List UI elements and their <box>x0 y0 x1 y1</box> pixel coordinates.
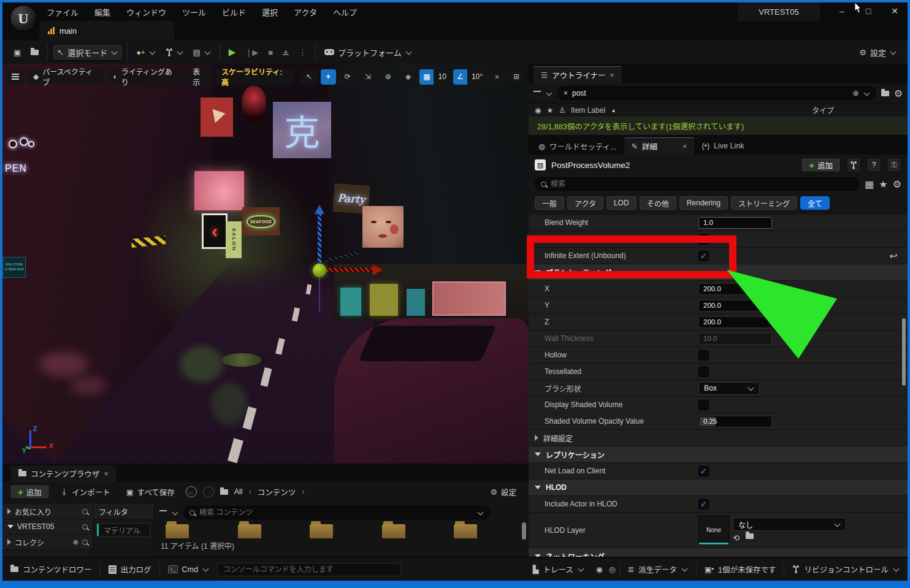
tessellated-checkbox[interactable]: ✓ <box>698 367 709 377</box>
play-options-button[interactable]: ⋮ <box>294 44 312 61</box>
maximize-viewport-button[interactable]: ⊞ <box>508 69 525 85</box>
chevron-down-icon[interactable] <box>172 509 178 515</box>
trace-record-icon[interactable]: ◉ <box>596 565 603 574</box>
folder-asset[interactable] <box>238 521 261 538</box>
add-actor-dropdown[interactable]: ●+ <box>131 44 160 61</box>
menu-build[interactable]: ビルド <box>222 6 246 18</box>
menu-file[interactable]: ファイル <box>47 6 78 18</box>
clear-search-icon[interactable]: × <box>564 89 568 97</box>
revision-control-dropdown[interactable]: リビジョンコントロール <box>784 558 908 581</box>
folder-asset[interactable] <box>382 521 405 538</box>
surface-snap-button[interactable]: ◈ <box>400 69 416 85</box>
play-button[interactable]: ▶ <box>224 44 241 61</box>
tab-details[interactable]: ✎ 詳細 × <box>624 137 695 155</box>
brush-y-input[interactable] <box>698 300 772 311</box>
select-tool-button[interactable]: ↖ <box>300 69 318 85</box>
select-mode-dropdown[interactable]: ↖ 選択モード <box>52 44 123 61</box>
menu-edit[interactable]: 編集 <box>94 6 110 18</box>
add-component-button[interactable]: + 追加 <box>801 158 841 172</box>
chip-general[interactable]: 一般 <box>535 196 564 210</box>
display-filter-icon[interactable]: ▦ <box>865 178 874 190</box>
use-selected-asset-icon[interactable]: ⟲ <box>733 533 740 543</box>
trace-snapshot-icon[interactable]: ◎ <box>609 565 616 574</box>
cb-search-input[interactable] <box>199 508 473 517</box>
brush-z-input[interactable] <box>698 316 772 328</box>
gizmo-z-axis[interactable] <box>318 213 321 265</box>
expander-advanced[interactable]: 詳細設定 <box>529 430 908 446</box>
tab-content-browser[interactable]: コンテンツブラウザ × <box>11 465 116 482</box>
help-button[interactable]: ? <box>866 158 881 172</box>
details-scrollbar[interactable] <box>902 318 906 386</box>
stop-button[interactable]: ■ <box>263 44 278 61</box>
tab-outliner[interactable]: ☰ アウトライナー × <box>533 66 622 83</box>
reset-to-default-icon[interactable]: ↩ <box>889 250 897 262</box>
settings-dropdown[interactable]: ⚙ 設定 <box>854 44 901 61</box>
menu-select[interactable]: 選択 <box>262 6 278 18</box>
scale-tool-button[interactable]: ⇲ <box>359 69 377 85</box>
show-dropdown[interactable]: 表示 <box>187 69 213 85</box>
search-icon[interactable] <box>82 540 88 545</box>
close-icon[interactable]: × <box>682 142 687 151</box>
pin-icon[interactable]: ★ <box>546 106 553 115</box>
gear-icon[interactable]: ⚙ <box>894 88 903 99</box>
category-replication[interactable]: レプリケーション <box>529 446 908 463</box>
platforms-dropdown[interactable]: プラットフォーム <box>319 44 417 61</box>
create-folder-icon[interactable] <box>881 91 889 96</box>
derived-data-dropdown[interactable]: ≣ 派生データ <box>620 558 696 581</box>
window-close-button[interactable]: ✕ <box>884 2 905 20</box>
add-filter-icon[interactable]: ⊕ <box>853 89 859 97</box>
skip-button[interactable]: ❘▶ <box>240 44 263 61</box>
hlod-layer-dropdown[interactable]: なし <box>733 517 846 531</box>
level-viewport[interactable]: 克 ‹ SEAFOOD SALON Party PEN WELCOME CYBE… <box>2 64 529 464</box>
breadcrumb-all[interactable]: All <box>234 487 243 496</box>
column-type[interactable]: タイプ <box>812 105 901 115</box>
chip-streaming[interactable]: ストリーミング <box>731 196 797 210</box>
trace-dropdown[interactable]: ▙ トレース <box>525 558 592 581</box>
level-tab-main[interactable]: main <box>39 21 174 40</box>
filter-chip-material[interactable]: マテリアル <box>97 523 150 536</box>
rotation-snap-control[interactable]: ∠ 10° <box>453 69 486 85</box>
window-minimize-button[interactable]: – <box>832 2 852 20</box>
cb-scrollbar[interactable] <box>522 522 526 540</box>
filter-funnel-icon[interactable] <box>533 91 541 92</box>
menu-tools[interactable]: ツール <box>182 6 206 18</box>
chevron-down-icon[interactable] <box>546 90 552 96</box>
chevron-down-icon[interactable] <box>863 90 870 96</box>
folder-asset[interactable] <box>454 521 477 538</box>
cb-save-all-button[interactable]: ▣ すべて保存 <box>121 483 180 500</box>
close-icon[interactable]: × <box>104 470 109 478</box>
shaded-volume-opacity-input[interactable]: 0.25 <box>698 416 772 427</box>
menu-actor[interactable]: アクタ <box>294 6 317 18</box>
blend-weight-input[interactable] <box>698 217 772 229</box>
search-icon[interactable] <box>82 524 88 530</box>
open-blueprint-button[interactable] <box>846 158 861 172</box>
console-input[interactable] <box>223 565 395 574</box>
cb-collections-row[interactable]: コレクシ ⊕ <box>2 535 93 550</box>
gizmo-x-axis[interactable] <box>326 268 374 272</box>
folder-asset[interactable] <box>166 521 189 538</box>
world-local-toggle[interactable]: ⊕ <box>380 69 397 85</box>
console-command-dropdown[interactable]: >_ Cmd <box>160 558 217 581</box>
breadcrumb-content[interactable]: コンテンツ <box>258 486 296 498</box>
hlod-layer-thumbnail[interactable]: None <box>698 516 729 545</box>
tab-world-settings[interactable]: ◍ ワールドセッティ... <box>531 137 624 155</box>
hollow-checkbox[interactable]: ✓ <box>698 350 709 361</box>
view-mode-dropdown[interactable]: ◐ライティングあり <box>108 69 185 85</box>
eject-button[interactable]: ▲ <box>278 44 294 61</box>
chip-rendering[interactable]: Rendering <box>679 196 728 210</box>
details-search-box[interactable] <box>535 177 860 191</box>
details-search-input[interactable] <box>551 180 854 188</box>
angle-snap-icon[interactable]: ∠ <box>453 69 467 85</box>
display-shaded-volume-checkbox[interactable]: ✓ <box>698 400 709 410</box>
forward-icon[interactable]: → <box>203 486 214 497</box>
gizmo-origin-handle[interactable] <box>313 264 326 277</box>
translate-tool-button[interactable]: + <box>321 69 336 85</box>
cb-add-button[interactable]: + 追加 <box>10 484 50 499</box>
folder-asset[interactable] <box>310 521 333 538</box>
viewport-menu-button[interactable] <box>6 69 25 85</box>
favorites-star-icon[interactable]: ★ <box>879 178 887 190</box>
category-hlod[interactable]: HLOD <box>529 479 908 496</box>
rotate-tool-button[interactable]: ⟳ <box>339 69 356 85</box>
cb-favorites-row[interactable]: お気に入り <box>2 504 93 519</box>
cb-import-button[interactable]: ⭳ インポート <box>56 483 115 500</box>
